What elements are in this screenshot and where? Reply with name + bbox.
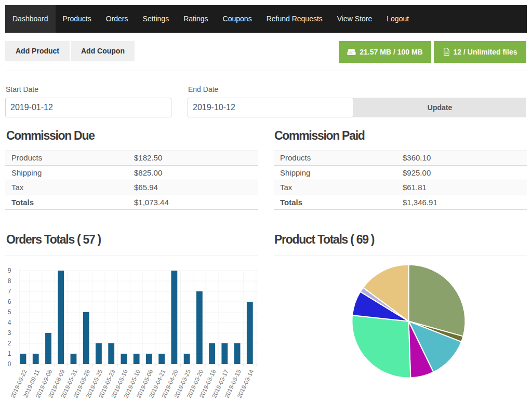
svg-text:2: 2 (8, 340, 11, 347)
svg-text:7: 7 (8, 288, 11, 295)
svg-text:5: 5 (8, 309, 11, 316)
svg-text:4: 4 (8, 319, 11, 326)
svg-text:1: 1 (8, 350, 11, 357)
svg-text:3: 3 (8, 329, 11, 337)
svg-text:0: 0 (8, 360, 11, 368)
svg-text:8: 8 (8, 277, 11, 285)
svg-text:6: 6 (8, 298, 11, 305)
svg-text:9: 9 (8, 267, 11, 274)
